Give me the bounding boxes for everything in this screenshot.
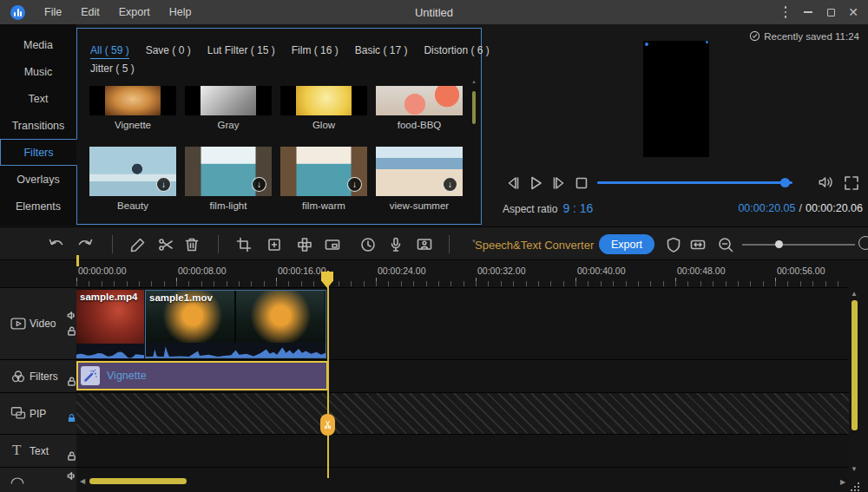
slider-handle[interactable] [780, 178, 790, 187]
filter-item-film-light[interactable]: ↓ film-light [185, 147, 272, 211]
track-lock-icon[interactable] [67, 413, 76, 423]
delete-trash-icon[interactable] [183, 236, 201, 253]
filter-tab-all[interactable]: All ( 59 ) [90, 44, 129, 59]
zoom-region-icon[interactable] [266, 236, 283, 253]
filter-clip-vignette[interactable]: Vignette [76, 361, 328, 390]
protect-shield-icon[interactable] [665, 236, 682, 253]
sidebar-item-filters[interactable]: Filters [0, 139, 77, 166]
playhead-line[interactable] [327, 271, 329, 478]
clip-sample-mp4[interactable]: sample.mp4 [76, 290, 144, 358]
duration-clock-icon[interactable] [359, 236, 377, 253]
filter-item-glow[interactable]: Glow [280, 86, 367, 130]
filter-tab-save[interactable]: Save ( 0 ) [146, 44, 191, 59]
video-editor-window: File Edit Export Help Untitled ✕ Media M… [0, 0, 868, 492]
download-icon[interactable]: ↓ [347, 177, 362, 192]
stop-button[interactable] [573, 174, 590, 192]
edit-pencil-icon[interactable] [129, 236, 147, 253]
vscroll-down-arrow[interactable]: ▼ [851, 466, 858, 473]
filter-tab-jitter[interactable]: Jitter ( 5 ) [90, 62, 135, 76]
clip-start-marker [76, 255, 79, 266]
timeline-zoom-slider[interactable] [742, 244, 855, 246]
volume-icon[interactable] [818, 174, 835, 192]
next-frame-button[interactable] [550, 174, 568, 192]
panel-scrollbar[interactable]: ▲ ▼ [472, 81, 477, 220]
menu-file[interactable]: File [44, 6, 62, 18]
sidebar-item-text[interactable]: Text [0, 85, 76, 112]
horizontal-scrollbar[interactable] [89, 478, 187, 484]
cut-scissors-icon[interactable] [157, 236, 174, 253]
fit-timeline-icon[interactable] [689, 236, 707, 253]
undo-icon[interactable] [48, 236, 65, 253]
menu-export[interactable]: Export [119, 6, 150, 18]
ruler-label: 00:00:08.00 [178, 266, 226, 276]
track-mute-icon[interactable] [67, 471, 76, 481]
menu-edit[interactable]: Edit [81, 6, 100, 18]
ruler-label: 00:00:00.00 [78, 266, 126, 276]
filter-item-view-summer[interactable]: ↓ view-summer [376, 147, 463, 211]
minimize-button[interactable] [797, 0, 819, 24]
timeline-ruler[interactable]: 00:00:00.00 00:00:08.00 00:00:16.00 00:0… [0, 260, 849, 287]
screen-record-icon[interactable] [416, 236, 433, 253]
track-header-music[interactable] [0, 468, 76, 492]
more-options-icon[interactable] [774, 0, 797, 24]
hscroll-right-arrow[interactable]: ▶ [840, 479, 845, 486]
aspect-ratio-value[interactable]: 9 : 16 [562, 201, 593, 215]
canvas-handle[interactable] [645, 43, 648, 46]
filter-thumbnail [185, 86, 272, 115]
sidebar-item-music[interactable]: Music [0, 58, 76, 85]
track-header-filters[interactable]: Filters [0, 360, 76, 392]
clip-sample1-mov[interactable]: sample1.mov [145, 290, 326, 358]
redo-icon[interactable] [76, 236, 94, 253]
play-button[interactable] [527, 174, 544, 192]
sidebar-item-media[interactable]: Media [0, 31, 76, 58]
filter-tab-lut[interactable]: Lut Filter ( 15 ) [207, 44, 275, 59]
download-icon[interactable]: ↓ [156, 177, 171, 192]
pip-track-icon [10, 404, 27, 422]
text-track-icon: T [12, 442, 21, 459]
crop-icon[interactable] [235, 236, 253, 253]
menu-help[interactable]: Help [169, 6, 192, 18]
filter-tab-distortion[interactable]: Distortion ( 6 ) [424, 44, 489, 59]
filter-thumbnail: ↓ [280, 147, 367, 196]
mosaic-icon[interactable] [296, 236, 313, 253]
close-button[interactable]: ✕ [842, 0, 865, 24]
maximize-button[interactable] [819, 0, 842, 24]
track-unlock-icon[interactable] [67, 326, 76, 336]
slider-handle[interactable] [775, 240, 783, 248]
preview-progress-slider[interactable] [597, 181, 792, 184]
video-track-icon [10, 315, 27, 332]
track-header-video[interactable]: Video [0, 288, 76, 359]
filter-tab-basic[interactable]: Basic ( 17 ) [355, 44, 408, 59]
sidebar-item-overlays[interactable]: Overlays [0, 166, 76, 193]
zoom-out-icon[interactable] [717, 236, 734, 253]
speech-text-converter-link[interactable]: Speech&Text Converter [475, 239, 594, 252]
filter-item-food-bbq[interactable]: food-BBQ [376, 86, 463, 130]
video-preview-canvas[interactable] [643, 41, 709, 157]
filter-tab-film[interactable]: Film ( 16 ) [292, 44, 339, 59]
vertical-scrollbar[interactable] [852, 300, 858, 430]
export-button[interactable]: Export [599, 234, 654, 254]
track-header-pip[interactable]: PIP [0, 393, 76, 434]
fullscreen-icon[interactable] [843, 174, 860, 192]
download-icon[interactable]: ↓ [443, 177, 457, 192]
pip-frame-icon[interactable] [324, 236, 341, 253]
track-header-text[interactable]: T Text [0, 435, 76, 467]
track-unlock-icon[interactable] [67, 451, 76, 461]
voiceover-mic-icon[interactable] [387, 236, 404, 253]
sidebar-item-elements[interactable]: Elements [0, 193, 76, 220]
filter-item-film-warm[interactable]: ↓ film-warm [280, 147, 367, 211]
sidebar-item-transitions[interactable]: Transitions [0, 112, 76, 139]
download-icon[interactable]: ↓ [252, 177, 266, 192]
previous-frame-button[interactable] [504, 174, 522, 192]
resize-grip[interactable] [858, 482, 859, 484]
hscroll-left-arrow[interactable]: ◀ [80, 478, 85, 485]
filter-item-vignette[interactable]: Vignette [89, 86, 176, 130]
canvas-handle[interactable] [706, 41, 708, 43]
track-mute-icon[interactable] [67, 311, 76, 320]
filter-item-beauty[interactable]: ↓ Beauty [89, 147, 176, 211]
zoom-in-icon[interactable] [858, 236, 868, 250]
filter-item-gray[interactable]: Gray [185, 86, 272, 130]
track-unlock-icon[interactable] [67, 377, 76, 386]
split-scissors-badge[interactable] [320, 414, 335, 436]
vscroll-up-arrow[interactable]: ▲ [851, 291, 858, 298]
